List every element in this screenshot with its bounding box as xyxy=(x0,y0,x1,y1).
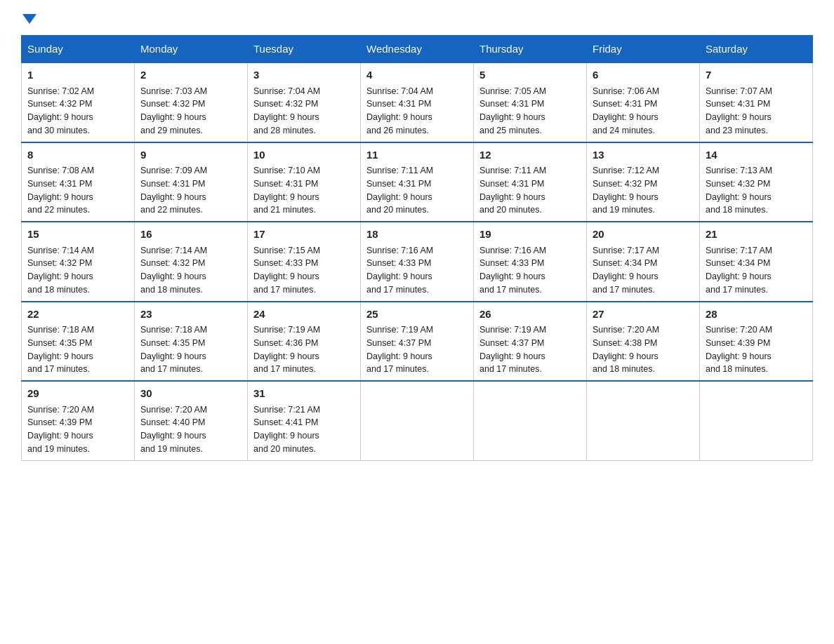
calendar-cell: 17Sunrise: 7:15 AMSunset: 4:33 PMDayligh… xyxy=(248,222,361,302)
daylight-minutes: and 17 minutes. xyxy=(253,364,316,374)
day-number: 23 xyxy=(140,307,241,323)
daylight-info: Daylight: 9 hours xyxy=(253,271,319,281)
calendar-cell: 25Sunrise: 7:19 AMSunset: 4:37 PMDayligh… xyxy=(361,302,474,382)
sunrise-info: Sunrise: 7:12 AM xyxy=(593,166,659,175)
day-number: 31 xyxy=(253,386,355,402)
daylight-minutes: and 23 minutes. xyxy=(706,126,768,135)
calendar-cell: 20Sunrise: 7:17 AMSunset: 4:34 PMDayligh… xyxy=(587,222,700,302)
calendar-cell: 22Sunrise: 7:18 AMSunset: 4:35 PMDayligh… xyxy=(22,302,135,382)
calendar-cell: 8Sunrise: 7:08 AMSunset: 4:31 PMDaylight… xyxy=(22,142,135,222)
sunrise-info: Sunrise: 7:20 AM xyxy=(706,325,772,335)
daylight-minutes: and 22 minutes. xyxy=(140,205,203,215)
day-number: 5 xyxy=(479,67,581,83)
day-number: 25 xyxy=(366,307,468,323)
sunset-info: Sunset: 4:32 PM xyxy=(27,99,92,109)
calendar-week-4: 22Sunrise: 7:18 AMSunset: 4:35 PMDayligh… xyxy=(22,302,813,382)
day-number: 20 xyxy=(593,227,694,243)
daylight-info: Daylight: 9 hours xyxy=(140,192,206,202)
sunrise-info: Sunrise: 7:21 AM xyxy=(253,405,320,415)
daylight-minutes: and 19 minutes. xyxy=(140,444,203,454)
header-day-saturday: Saturday xyxy=(700,36,813,63)
calendar-cell: 26Sunrise: 7:19 AMSunset: 4:37 PMDayligh… xyxy=(474,302,587,382)
header-day-thursday: Thursday xyxy=(474,36,587,63)
calendar-body: 1Sunrise: 7:02 AMSunset: 4:32 PMDaylight… xyxy=(22,62,813,460)
daylight-minutes: and 17 minutes. xyxy=(479,364,542,374)
daylight-minutes: and 24 minutes. xyxy=(593,126,655,135)
sunset-info: Sunset: 4:31 PM xyxy=(593,99,657,109)
day-number: 9 xyxy=(140,147,241,163)
daylight-minutes: and 17 minutes. xyxy=(593,285,655,295)
daylight-info: Daylight: 9 hours xyxy=(140,431,206,441)
calendar-cell: 21Sunrise: 7:17 AMSunset: 4:34 PMDayligh… xyxy=(700,222,813,302)
sunrise-info: Sunrise: 7:13 AM xyxy=(706,166,772,175)
daylight-info: Daylight: 9 hours xyxy=(253,431,319,441)
sunrise-info: Sunrise: 7:14 AM xyxy=(140,246,207,255)
day-number: 21 xyxy=(706,227,807,243)
calendar-week-3: 15Sunrise: 7:14 AMSunset: 4:32 PMDayligh… xyxy=(22,222,813,302)
daylight-minutes: and 17 minutes. xyxy=(366,364,429,374)
day-number: 26 xyxy=(479,307,581,323)
calendar-cell: 2Sunrise: 7:03 AMSunset: 4:32 PMDaylight… xyxy=(135,62,248,142)
calendar-cell xyxy=(700,381,813,460)
daylight-minutes: and 19 minutes. xyxy=(27,444,90,454)
header-row: SundayMondayTuesdayWednesdayThursdayFrid… xyxy=(22,36,813,63)
sunset-info: Sunset: 4:38 PM xyxy=(593,338,657,348)
sunrise-info: Sunrise: 7:18 AM xyxy=(140,325,207,335)
daylight-info: Daylight: 9 hours xyxy=(593,112,658,122)
daylight-info: Daylight: 9 hours xyxy=(27,351,93,361)
sunset-info: Sunset: 4:32 PM xyxy=(253,99,318,109)
daylight-info: Daylight: 9 hours xyxy=(593,351,658,361)
calendar-cell: 3Sunrise: 7:04 AMSunset: 4:32 PMDaylight… xyxy=(248,62,361,142)
day-number: 16 xyxy=(140,227,241,243)
sunrise-info: Sunrise: 7:19 AM xyxy=(479,325,546,335)
day-number: 14 xyxy=(706,147,807,163)
daylight-minutes: and 17 minutes. xyxy=(706,285,768,295)
sunrise-info: Sunrise: 7:19 AM xyxy=(253,325,320,335)
daylight-info: Daylight: 9 hours xyxy=(366,192,432,202)
daylight-info: Daylight: 9 hours xyxy=(593,271,658,281)
calendar-cell: 19Sunrise: 7:16 AMSunset: 4:33 PMDayligh… xyxy=(474,222,587,302)
daylight-minutes: and 28 minutes. xyxy=(253,126,316,135)
calendar-week-2: 8Sunrise: 7:08 AMSunset: 4:31 PMDaylight… xyxy=(22,142,813,222)
sunrise-info: Sunrise: 7:14 AM xyxy=(27,246,94,255)
sunset-info: Sunset: 4:32 PM xyxy=(27,258,92,268)
daylight-minutes: and 18 minutes. xyxy=(593,364,655,374)
header-day-tuesday: Tuesday xyxy=(248,36,361,63)
daylight-info: Daylight: 9 hours xyxy=(253,192,319,202)
calendar-cell: 14Sunrise: 7:13 AMSunset: 4:32 PMDayligh… xyxy=(700,142,813,222)
calendar-cell: 7Sunrise: 7:07 AMSunset: 4:31 PMDaylight… xyxy=(700,62,813,142)
sunset-info: Sunset: 4:31 PM xyxy=(27,179,92,189)
calendar-cell: 9Sunrise: 7:09 AMSunset: 4:31 PMDaylight… xyxy=(135,142,248,222)
calendar-cell: 15Sunrise: 7:14 AMSunset: 4:32 PMDayligh… xyxy=(22,222,135,302)
calendar-cell xyxy=(587,381,700,460)
calendar-week-1: 1Sunrise: 7:02 AMSunset: 4:32 PMDaylight… xyxy=(22,62,813,142)
day-number: 18 xyxy=(366,227,468,243)
sunrise-info: Sunrise: 7:05 AM xyxy=(479,86,546,96)
day-number: 8 xyxy=(27,147,128,163)
sunrise-info: Sunrise: 7:20 AM xyxy=(593,325,659,335)
sunset-info: Sunset: 4:40 PM xyxy=(140,417,205,427)
daylight-info: Daylight: 9 hours xyxy=(706,351,772,361)
daylight-minutes: and 20 minutes. xyxy=(366,205,429,215)
daylight-minutes: and 18 minutes. xyxy=(27,285,90,295)
daylight-info: Daylight: 9 hours xyxy=(366,271,432,281)
header-day-friday: Friday xyxy=(587,36,700,63)
daylight-minutes: and 29 minutes. xyxy=(140,126,203,135)
daylight-info: Daylight: 9 hours xyxy=(706,112,772,122)
sunset-info: Sunset: 4:33 PM xyxy=(253,258,318,268)
daylight-info: Daylight: 9 hours xyxy=(27,271,93,281)
day-number: 13 xyxy=(593,147,694,163)
sunrise-info: Sunrise: 7:08 AM xyxy=(27,166,94,175)
daylight-info: Daylight: 9 hours xyxy=(140,271,206,281)
daylight-minutes: and 25 minutes. xyxy=(479,126,542,135)
calendar-cell: 12Sunrise: 7:11 AMSunset: 4:31 PMDayligh… xyxy=(474,142,587,222)
sunrise-info: Sunrise: 7:11 AM xyxy=(366,166,433,175)
sunset-info: Sunset: 4:31 PM xyxy=(140,179,205,189)
day-number: 11 xyxy=(366,147,468,163)
day-number: 30 xyxy=(140,386,241,402)
daylight-minutes: and 18 minutes. xyxy=(140,285,203,295)
daylight-minutes: and 17 minutes. xyxy=(366,285,429,295)
calendar-cell: 6Sunrise: 7:06 AMSunset: 4:31 PMDaylight… xyxy=(587,62,700,142)
sunrise-info: Sunrise: 7:11 AM xyxy=(479,166,546,175)
calendar-cell: 29Sunrise: 7:20 AMSunset: 4:39 PMDayligh… xyxy=(22,381,135,460)
